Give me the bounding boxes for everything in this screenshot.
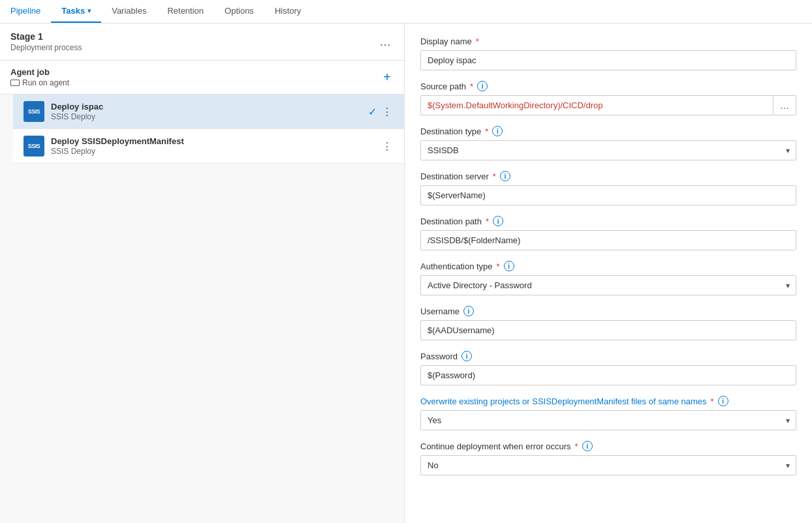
destination-server-label: Destination server * i [420,171,796,181]
overwrite-label: Overwrite existing projects or SSISDeplo… [420,396,796,406]
continue-on-error-select[interactable]: Yes No [420,455,796,475]
form-group-destination-path: Destination path * i [420,216,796,250]
nav-tasks[interactable]: Tasks ▾ [51,0,101,23]
destination-path-required: * [486,217,489,226]
source-path-input[interactable] [420,95,773,115]
destination-path-input[interactable] [420,230,796,250]
continue-on-error-info-icon[interactable]: i [582,441,593,451]
stage-title: Stage 1 [10,31,82,42]
task-info-deploy-ispac: Deploy ispac SSIS Deploy [51,102,362,121]
agent-job-subtitle: Run on agent [10,78,69,87]
password-info-icon[interactable]: i [461,351,472,361]
display-name-label: Display name * [420,37,796,46]
task-actions-deploy-manifest: ⋮ [381,139,394,154]
display-name-input[interactable] [420,50,796,70]
task-type-deploy-ispac: SSIS Deploy [51,112,362,121]
source-path-label: Source path * i [420,81,796,91]
nav-variables[interactable]: Variables [101,0,157,23]
destination-path-label: Destination path * i [420,216,796,226]
authentication-type-info-icon[interactable]: i [504,261,514,271]
destination-type-info-icon[interactable]: i [492,126,503,136]
nav-pipeline[interactable]: Pipeline [0,0,51,23]
password-label: Password i [420,351,796,361]
nav-options[interactable]: Options [214,0,264,23]
task-dots-button-deploy-ispac[interactable]: ⋮ [381,104,394,119]
username-label: Username i [420,306,796,316]
authentication-type-label: Authentication type * i [420,261,796,271]
overwrite-select-wrapper: Yes No ▾ [420,410,796,430]
destination-type-label: Destination type * i [420,126,796,136]
source-path-input-group: … [420,95,796,115]
form-group-continue-on-error: Continue deployment when error occurs * … [420,441,796,475]
destination-type-required: * [485,127,488,136]
task-icon-deploy-manifest: SSIS [23,136,44,157]
task-check-icon: ✓ [368,106,377,118]
stage-header: Stage 1 Deployment process … [0,23,404,61]
main-content: Stage 1 Deployment process … Agent job R… [0,23,812,523]
source-path-required: * [470,82,473,91]
nav-retention[interactable]: Retention [157,0,214,23]
task-item-deploy-ispac[interactable]: SSIS Deploy ispac SSIS Deploy ✓ ⋮ [13,95,404,129]
stage-ellipsis-button[interactable]: … [377,33,394,52]
form-group-username: Username i [420,306,796,340]
username-input[interactable] [420,320,796,340]
continue-on-error-select-wrapper: Yes No ▾ [420,455,796,475]
username-info-icon[interactable]: i [463,306,474,316]
agent-job-row: Agent job Run on agent + [0,61,404,95]
password-input[interactable] [420,365,796,385]
form-group-overwrite: Overwrite existing projects or SSISDeplo… [420,396,796,430]
agent-job-info: Agent job Run on agent [10,67,69,87]
form-group-authentication-type: Authentication type * i SQL Server Authe… [420,261,796,295]
right-panel: Display name * Source path * i … Destina… [405,23,812,523]
agent-job-title: Agent job [10,67,69,77]
stage-info: Stage 1 Deployment process [10,31,82,52]
agent-icon [10,80,20,86]
form-group-destination-type: Destination type * i SSISDB File System … [420,126,796,160]
form-group-password: Password i [420,351,796,385]
overwrite-required: * [711,396,714,406]
destination-server-input[interactable] [420,185,796,205]
destination-type-select-wrapper: SSISDB File System (Package) File System… [420,140,796,160]
task-dots-button-deploy-manifest[interactable]: ⋮ [381,139,394,154]
task-type-deploy-manifest: SSIS Deploy [51,147,374,156]
task-actions-deploy-ispac: ✓ ⋮ [368,104,394,119]
tasks-chevron-icon: ▾ [87,7,91,14]
continue-on-error-required: * [575,441,578,451]
authentication-type-select-wrapper: SQL Server Authentication Windows Authen… [420,275,796,295]
task-item-deploy-manifest[interactable]: SSIS Deploy SSISDeploymentManifest SSIS … [13,129,404,164]
left-panel: Stage 1 Deployment process … Agent job R… [0,23,405,523]
add-task-button[interactable]: + [381,67,394,87]
authentication-type-required: * [497,262,500,271]
continue-on-error-label: Continue deployment when error occurs * … [420,441,796,451]
source-path-info-icon[interactable]: i [477,81,488,91]
stage-subtitle: Deployment process [10,43,82,52]
task-name-deploy-manifest: Deploy SSISDeploymentManifest [51,136,374,146]
form-group-source-path: Source path * i … [420,81,796,115]
destination-server-info-icon[interactable]: i [500,171,510,181]
display-name-required: * [476,37,479,46]
overwrite-info-icon[interactable]: i [718,396,728,406]
nav-history[interactable]: History [264,0,311,23]
top-nav: Pipeline Tasks ▾ Variables Retention Opt… [0,0,812,23]
overwrite-select[interactable]: Yes No [420,410,796,430]
destination-type-select[interactable]: SSISDB File System (Package) File System… [420,140,796,160]
authentication-type-select[interactable]: SQL Server Authentication Windows Authen… [420,275,796,295]
task-name-deploy-ispac: Deploy ispac [51,102,362,112]
task-info-deploy-manifest: Deploy SSISDeploymentManifest SSIS Deplo… [51,136,374,156]
source-path-ellipsis-button[interactable]: … [773,95,796,115]
destination-server-required: * [493,172,496,181]
form-group-destination-server: Destination server * i [420,171,796,205]
task-icon-deploy-ispac: SSIS [23,101,44,122]
form-group-display-name: Display name * [420,37,796,70]
destination-path-info-icon[interactable]: i [493,216,503,226]
